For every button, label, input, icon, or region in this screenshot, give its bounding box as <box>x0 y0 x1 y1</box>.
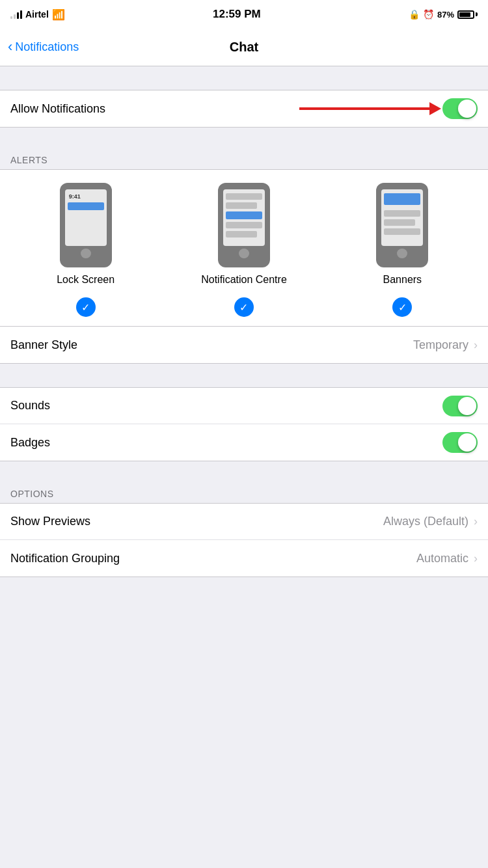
signal-bars <box>10 10 22 19</box>
lock-screen-display: 9:41 <box>65 189 107 246</box>
notification-grouping-row[interactable]: Notification Grouping Automatic › <box>0 540 488 576</box>
lock-screen-notif-bar <box>68 202 104 210</box>
top-spacer <box>0 66 488 90</box>
nc-notif-bar <box>226 211 262 219</box>
notification-grouping-chevron: › <box>474 552 478 565</box>
lock-screen-checkmark: ✓ <box>81 301 90 314</box>
nc-home-btn <box>239 249 249 258</box>
sounds-row: Sounds <box>0 388 488 424</box>
banners-bar3 <box>384 228 420 235</box>
back-button[interactable]: ‹ Notifications <box>8 40 79 54</box>
notification-centre-display <box>223 189 265 246</box>
alerts-row: 9:41 Lock Screen Notification Centre <box>0 169 488 292</box>
badges-label: Badges <box>10 436 50 450</box>
status-time: 12:59 PM <box>213 8 261 21</box>
allow-notifications-row: Allow Notifications <box>0 90 488 127</box>
nc-bar4 <box>226 231 257 237</box>
lock-icon: 🔒 <box>409 9 420 20</box>
banners-home-btn <box>397 249 407 258</box>
show-previews-label: Show Previews <box>10 515 90 528</box>
sounds-badges-group: Sounds Badges <box>0 387 488 461</box>
lock-screen-check-col: ✓ <box>21 297 151 317</box>
banners-check-col: ✓ <box>337 297 467 317</box>
options-group: Show Previews Always (Default) › Notific… <box>0 503 488 577</box>
arrow-annotation <box>299 102 441 115</box>
carrier-label: Airtel <box>25 9 49 20</box>
show-previews-chevron: › <box>474 515 478 528</box>
notification-centre-label: Notification Centre <box>201 274 287 286</box>
alerts-spacer <box>0 128 488 147</box>
alert-item-banners[interactable]: Banners <box>337 183 467 286</box>
battery-percent: 87% <box>437 10 454 20</box>
banner-style-right: Temporary › <box>413 338 478 352</box>
notification-centre-phone-icon <box>218 183 270 267</box>
show-previews-right: Always (Default) › <box>383 515 478 528</box>
banners-phone-icon <box>376 183 428 267</box>
nav-bar: ‹ Notifications Chat <box>0 29 488 66</box>
arrow-head <box>429 102 441 115</box>
notification-grouping-label: Notification Grouping <box>10 552 120 565</box>
notification-grouping-value: Automatic <box>416 552 468 565</box>
banners-bar2 <box>384 219 415 226</box>
bottom-spacer <box>0 577 488 601</box>
banner-style-row[interactable]: Banner Style Temporary › <box>0 327 488 363</box>
badges-toggle[interactable] <box>442 432 478 453</box>
notification-grouping-right: Automatic › <box>416 552 478 565</box>
nc-check[interactable]: ✓ <box>234 297 254 317</box>
options-section-header: OPTIONS <box>0 481 488 503</box>
badges-toggle-knob <box>458 433 476 452</box>
status-left: Airtel 📶 <box>10 8 65 21</box>
lock-screen-label: Lock Screen <box>57 274 115 286</box>
allow-notifications-toggle[interactable] <box>442 98 478 119</box>
banners-bar1 <box>384 210 420 217</box>
alert-item-notification-centre[interactable]: Notification Centre <box>179 183 309 286</box>
banner-top-bar <box>384 193 420 205</box>
nc-bar3 <box>226 222 262 228</box>
nc-bar2 <box>226 202 257 209</box>
sounds-toggle-knob <box>458 397 476 415</box>
back-chevron-icon: ‹ <box>8 40 12 54</box>
banners-checkmark: ✓ <box>398 301 407 314</box>
banners-display <box>381 189 423 246</box>
show-previews-row[interactable]: Show Previews Always (Default) › <box>0 504 488 540</box>
banner-style-chevron: › <box>474 338 478 352</box>
alerts-checks-row: ✓ ✓ ✓ <box>0 292 488 327</box>
nc-bar1 <box>226 193 262 200</box>
banner-style-group: Banner Style Temporary › <box>0 327 488 364</box>
banners-check[interactable]: ✓ <box>392 297 412 317</box>
lock-screen-home-btn <box>81 249 91 258</box>
status-bar: Airtel 📶 12:59 PM 🔒 ⏰ 87% <box>0 0 488 29</box>
alert-item-lock-screen[interactable]: 9:41 Lock Screen <box>21 183 151 286</box>
badges-row: Badges <box>0 424 488 461</box>
allow-notifications-group: Allow Notifications <box>0 90 488 128</box>
sounds-spacer <box>0 364 488 387</box>
banners-label: Banners <box>383 274 422 286</box>
sounds-label: Sounds <box>10 399 50 413</box>
back-label: Notifications <box>15 40 79 54</box>
nc-check-col: ✓ <box>179 297 309 317</box>
status-right: 🔒 ⏰ 87% <box>409 9 478 20</box>
wifi-icon: 📶 <box>52 8 65 21</box>
battery-icon <box>457 10 478 19</box>
alerts-section-header: ALERTS <box>0 147 488 169</box>
banner-style-label: Banner Style <box>10 338 77 352</box>
options-spacer <box>0 461 488 481</box>
banner-style-value: Temporary <box>413 338 468 352</box>
show-previews-value: Always (Default) <box>383 515 468 528</box>
arrow-line <box>299 107 429 110</box>
lock-screen-check[interactable]: ✓ <box>76 297 96 317</box>
nc-checkmark: ✓ <box>239 301 248 314</box>
allow-notifications-label: Allow Notifications <box>10 102 105 116</box>
alarm-icon: ⏰ <box>423 9 434 20</box>
sounds-toggle[interactable] <box>442 396 478 416</box>
page-title: Chat <box>230 40 258 55</box>
toggle-knob <box>458 100 476 118</box>
lock-screen-phone-icon: 9:41 <box>60 183 112 267</box>
